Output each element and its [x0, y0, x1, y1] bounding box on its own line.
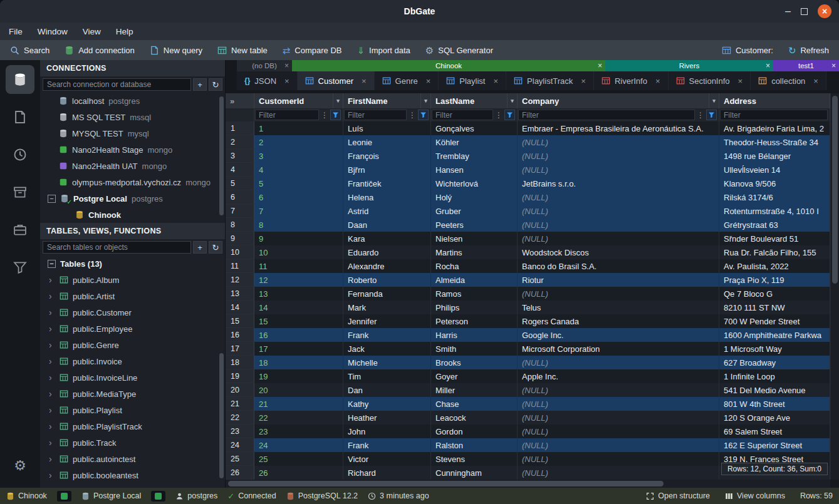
cell-firstname[interactable]: Dan — [343, 383, 431, 397]
nav-settings[interactable]: ⚙ — [6, 451, 34, 480]
close-icon[interactable]: × — [813, 76, 818, 86]
nav-archive[interactable] — [6, 178, 34, 207]
collapse-icon[interactable]: − — [48, 260, 56, 268]
table-row[interactable]: 1616FrankHarrisGoogle Inc.1600 Amphithea… — [226, 328, 830, 342]
filter-input-company[interactable] — [518, 110, 695, 120]
cell-company[interactable]: (NULL) — [518, 190, 719, 204]
table-item-public-playlisttrack[interactable]: ›public.PlaylistTrack — [40, 418, 225, 435]
cell-company[interactable]: Woodstock Discos — [518, 245, 719, 259]
dots-menu-icon[interactable]: ⋮ — [495, 111, 503, 120]
cell-customerid[interactable]: 25 — [254, 452, 343, 466]
funnel-button[interactable] — [418, 110, 429, 120]
cell-company[interactable]: (NULL) — [518, 452, 719, 466]
tab-sectioninfo[interactable]: SectionInfo× — [669, 71, 751, 90]
cell-address[interactable]: 627 Broadway — [719, 356, 830, 369]
table-row[interactable]: 99KaraNielsen(NULL)Sřnder Boulevard 51 — [226, 232, 830, 245]
table-item-public-mediatype[interactable]: ›public.MediaType — [40, 386, 225, 402]
chevron-right-icon[interactable]: › — [49, 454, 55, 464]
cell-firstname[interactable]: Jennifer — [343, 314, 431, 328]
cell-customerid[interactable]: 4 — [254, 163, 343, 177]
cell-address[interactable]: Klanova 9/506 — [719, 177, 830, 190]
statusbar-server-version[interactable]: PostgreSQL 12.2 — [286, 491, 358, 500]
cell-customerid[interactable]: 26 — [254, 466, 343, 480]
row-number[interactable]: 10 — [226, 245, 254, 259]
cell-company[interactable]: JetBrains s.r.o. — [518, 177, 719, 190]
cell-lastname[interactable]: Gonçalves — [431, 121, 518, 135]
row-number[interactable]: 15 — [226, 314, 254, 328]
cell-lastname[interactable]: Chase — [431, 397, 518, 411]
chevron-right-icon[interactable]: › — [49, 373, 55, 383]
tables-group[interactable]: − Tables (13) — [40, 255, 225, 272]
cell-firstname[interactable]: Tim — [343, 369, 431, 383]
cell-customerid[interactable]: 12 — [254, 273, 343, 287]
cell-customerid[interactable]: 23 — [254, 424, 343, 438]
cell-lastname[interactable]: Hansen — [431, 163, 518, 177]
cell-address[interactable]: Praça Pio X, 119 — [719, 273, 830, 287]
tables-search-input[interactable] — [43, 241, 191, 254]
cell-address[interactable]: Av. Paulista, 2022 — [719, 259, 830, 273]
toolbar-new-table-button[interactable]: New table — [210, 40, 275, 60]
cell-address[interactable]: Ullevĺlsveien 14 — [719, 163, 830, 177]
cell-company[interactable]: Google Inc. — [518, 328, 719, 342]
row-number[interactable]: 18 — [226, 356, 254, 369]
table-item-public-track[interactable]: ›public.Track — [40, 435, 225, 451]
column-header-address[interactable]: Address — [719, 93, 830, 108]
cell-firstname[interactable]: Mark — [343, 301, 431, 314]
cell-lastname[interactable]: Ramos — [431, 287, 518, 301]
chevron-down-icon[interactable]: ▾ — [709, 93, 719, 108]
cell-customerid[interactable]: 21 — [254, 397, 343, 411]
tab-customer[interactable]: Customer× — [298, 71, 375, 90]
cell-firstname[interactable]: Fernanda — [343, 287, 431, 301]
table-row[interactable]: 66HelenaHolý(NULL)Rilská 3174/6 — [226, 190, 830, 204]
cell-company[interactable]: (NULL) — [518, 466, 719, 480]
cell-lastname[interactable]: Peeters — [431, 218, 518, 232]
cell-lastname[interactable]: Leacock — [431, 411, 518, 424]
cell-lastname[interactable]: Miller — [431, 383, 518, 397]
statusbar-last-refresh[interactable]: 3 minutes ago — [368, 491, 429, 500]
nav-history[interactable] — [6, 140, 34, 169]
cell-address[interactable]: 1600 Amphitheatre Parkwa — [719, 328, 830, 342]
cell-company[interactable]: Apple Inc. — [518, 369, 719, 383]
chevron-down-icon[interactable]: ▾ — [420, 93, 430, 108]
horizontal-scroll-thumb[interactable] — [228, 481, 664, 486]
cell-company[interactable]: Telus — [518, 301, 719, 314]
cell-company[interactable]: (NULL) — [518, 163, 719, 177]
table-row[interactable]: 1313FernandaRamos(NULL)Qe 7 Bloco G — [226, 287, 830, 301]
cell-firstname[interactable]: Leonie — [343, 135, 431, 149]
cell-address[interactable]: Qe 7 Bloco G — [719, 287, 830, 301]
grid-vertical-scrollbar[interactable] — [830, 93, 839, 480]
toolbar-sql-generator-button[interactable]: ⚙SQL Generator — [418, 40, 501, 60]
table-row[interactable]: 55FrantičekWichterlováJetBrains s.r.o.Kl… — [226, 177, 830, 190]
cell-lastname[interactable]: Philips — [431, 301, 518, 314]
tab-riverinfo[interactable]: RiverInfo× — [594, 71, 669, 90]
toolbar-customer-button[interactable]: Customer: — [714, 40, 781, 60]
cell-firstname[interactable]: François — [343, 149, 431, 163]
cell-firstname[interactable]: Bjřrn — [343, 163, 431, 177]
dots-menu-icon[interactable]: ⋮ — [321, 111, 328, 120]
cell-address[interactable]: 1 Microsoft Way — [719, 342, 830, 356]
cell-customerid[interactable]: 14 — [254, 301, 343, 314]
cell-customerid[interactable]: 24 — [254, 438, 343, 452]
table-item-public-genre[interactable]: ›public.Genre — [40, 337, 225, 353]
cell-lastname[interactable]: Rocha — [431, 259, 518, 273]
cell-company[interactable]: Riotur — [518, 273, 719, 287]
menu-help[interactable]: Help — [116, 27, 133, 36]
cell-company[interactable]: (NULL) — [518, 232, 719, 245]
cell-firstname[interactable]: Kathy — [343, 397, 431, 411]
chevron-right-icon[interactable]: › — [49, 356, 55, 366]
toolbar-new-query-button[interactable]: New query — [142, 40, 210, 60]
chevron-right-icon[interactable]: › — [49, 307, 55, 317]
db-group-tab-rivers[interactable]: Rivers× — [605, 60, 773, 71]
refresh-tables-button[interactable]: ↻ — [209, 241, 222, 254]
cell-firstname[interactable]: Michelle — [343, 356, 431, 369]
close-icon[interactable]: × — [655, 76, 660, 86]
cell-address[interactable]: Av. Brigadeiro Faria Lima, 2 — [719, 121, 830, 135]
cell-customerid[interactable]: 9 — [254, 232, 343, 245]
connection-item-olympus-medportal-vychozi-cz[interactable]: olympus-medportal.vychozi.czmongo — [40, 174, 225, 190]
tab-playlisttrack[interactable]: PlaylistTrack× — [506, 71, 594, 90]
connection-item-ms-sql-test[interactable]: MS SQL TESTmssql — [40, 109, 225, 125]
table-item-public-customer[interactable]: ›public.Customer — [40, 304, 225, 321]
table-item-public-playlist[interactable]: ›public.Playlist — [40, 402, 225, 418]
column-header-firstname[interactable]: FirstName▾ — [343, 93, 431, 108]
cell-company[interactable]: Banco do Brasil S.A. — [518, 259, 719, 273]
